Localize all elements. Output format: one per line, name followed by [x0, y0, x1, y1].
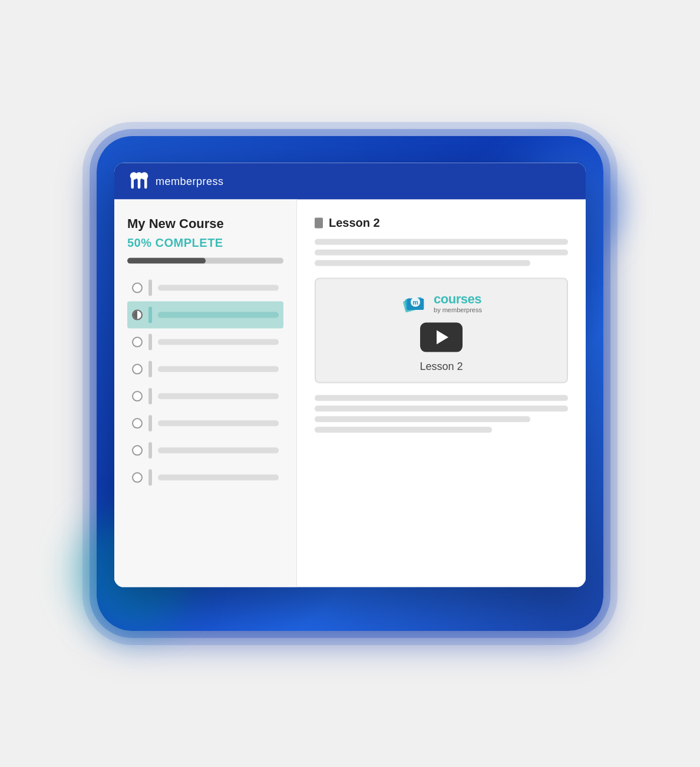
lesson-radio: [132, 391, 143, 402]
brand-name: memberpress: [156, 175, 224, 187]
lesson-item[interactable]: [127, 329, 283, 356]
content-line: [315, 416, 530, 422]
lesson-item[interactable]: [127, 410, 283, 437]
progress-bar-background: [127, 258, 283, 264]
lesson-icon-bar: [148, 334, 152, 351]
lesson-icon-bar: [148, 415, 152, 432]
browser-window: memberpress My New Course 50% COMPLETE: [114, 163, 586, 587]
courses-sub-label: by memberpress: [434, 306, 482, 313]
video-thumbnail: m courses by memberpress Lesson 2: [315, 278, 568, 384]
content-line: [315, 406, 568, 412]
courses-logo-icon: m: [401, 291, 430, 315]
lesson-heading-title: Lesson 2: [329, 216, 380, 230]
content-line: [315, 260, 530, 266]
course-title: My New Course: [127, 216, 283, 232]
svg-text:m: m: [412, 299, 418, 306]
memberpress-logo-icon: [128, 171, 150, 192]
content-lines-bottom: [315, 395, 568, 433]
browser-content: My New Course 50% COMPLETE: [114, 200, 586, 587]
content-line: [315, 239, 568, 245]
svg-rect-3: [131, 177, 134, 189]
lesson-radio: [132, 364, 143, 375]
content-line: [315, 250, 568, 256]
lesson-icon-bar: [148, 470, 152, 486]
lesson-text-placeholder: [158, 394, 279, 399]
progress-bar-fill: [127, 258, 206, 264]
lesson-text-placeholder: [158, 421, 279, 427]
content-lines-top: [315, 239, 568, 266]
lesson-icon-bar: [148, 280, 152, 296]
lesson-radio: [132, 337, 143, 348]
outer-container: memberpress My New Course 50% COMPLETE: [85, 118, 615, 649]
lesson-text-placeholder-active: [158, 312, 279, 318]
lesson-icon-bar: [148, 361, 152, 378]
lesson-text-placeholder: [158, 285, 279, 291]
browser-header: memberpress: [114, 163, 586, 200]
sidebar: My New Course 50% COMPLETE: [114, 200, 297, 587]
lesson-list: [127, 275, 283, 491]
lesson-text-placeholder: [158, 475, 279, 481]
video-caption: Lesson 2: [420, 361, 463, 373]
lesson-text-placeholder: [158, 366, 279, 372]
svg-rect-4: [138, 177, 141, 189]
lesson-item[interactable]: [127, 464, 283, 491]
content-line: [315, 427, 492, 433]
lesson-heading: Lesson 2: [315, 216, 568, 230]
progress-label: 50% COMPLETE: [127, 236, 283, 250]
lesson-radio-half: [132, 310, 143, 320]
lesson-text-placeholder: [158, 448, 279, 454]
lesson-item[interactable]: [127, 383, 283, 410]
lesson-radio: [132, 283, 143, 293]
lesson-item[interactable]: [127, 275, 283, 302]
lesson-icon-bar: [148, 388, 152, 405]
lesson-radio: [132, 418, 143, 429]
main-content-panel: Lesson 2: [297, 200, 586, 587]
lesson-item[interactable]: [127, 356, 283, 383]
lesson-item[interactable]: [127, 437, 283, 464]
courses-main-label: courses: [434, 292, 482, 306]
lesson-icon-bar-active: [148, 307, 152, 323]
video-logo: m courses by memberpress: [401, 291, 482, 315]
lesson-heading-icon: [315, 217, 323, 228]
lesson-radio: [132, 445, 143, 456]
svg-rect-5: [144, 177, 147, 189]
content-line: [315, 395, 568, 401]
lesson-text-placeholder: [158, 339, 279, 345]
play-triangle-icon: [437, 330, 448, 345]
lesson-icon-bar: [148, 442, 152, 459]
lesson-radio: [132, 472, 143, 483]
courses-brand-text: courses by memberpress: [434, 292, 482, 313]
play-button[interactable]: [420, 323, 463, 352]
lesson-item-active[interactable]: [127, 302, 283, 329]
